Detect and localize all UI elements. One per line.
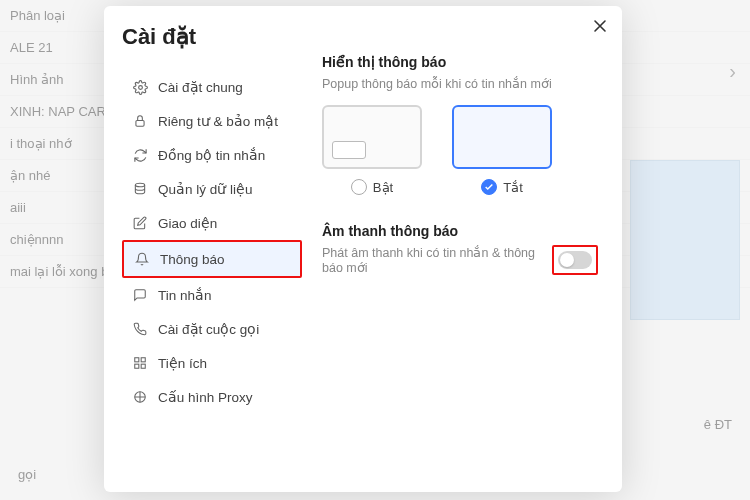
svg-rect-3 xyxy=(135,358,139,362)
radio-on-label: Bật xyxy=(373,180,393,195)
close-button[interactable] xyxy=(592,18,608,34)
lock-icon xyxy=(132,113,148,129)
settings-title: Cài đặt xyxy=(122,24,302,50)
sidebar-label: Quản lý dữ liệu xyxy=(158,181,253,197)
svg-point-0 xyxy=(138,85,142,89)
notif-option-on[interactable]: Bật xyxy=(322,105,422,195)
radio-off-label: Tắt xyxy=(503,180,523,195)
sidebar-label: Đồng bộ tin nhắn xyxy=(158,147,265,163)
bg-image-thumbnail xyxy=(630,160,740,320)
sidebar-item-calls[interactable]: Cài đặt cuộc gọi xyxy=(122,312,302,346)
display-notif-title: Hiển thị thông báo xyxy=(322,54,598,70)
settings-modal: Cài đặt Cài đặt chung Riêng tư & bảo mật… xyxy=(104,6,622,492)
radio-checked-icon xyxy=(481,179,497,195)
sound-notif-title: Âm thanh thông báo xyxy=(322,223,598,239)
svg-rect-5 xyxy=(135,364,139,368)
sync-icon xyxy=(132,147,148,163)
grid-icon xyxy=(132,355,148,371)
database-icon xyxy=(132,181,148,197)
sidebar-label: Tiện ích xyxy=(158,355,207,371)
sidebar-item-privacy[interactable]: Riêng tư & bảo mật xyxy=(122,104,302,138)
mini-popup-icon xyxy=(332,141,366,159)
sidebar-label: Giao diện xyxy=(158,215,217,231)
radio-on-row: Bật xyxy=(351,179,393,195)
svg-rect-4 xyxy=(141,358,145,362)
sound-toggle-highlight xyxy=(552,245,598,275)
phone-icon xyxy=(132,321,148,337)
sidebar-item-interface[interactable]: Giao diện xyxy=(122,206,302,240)
sound-toggle[interactable] xyxy=(558,251,592,269)
sidebar-label: Cài đặt chung xyxy=(158,79,243,95)
radio-off-row: Tắt xyxy=(481,179,523,195)
sound-notif-row: Phát âm thanh khi có tin nhắn & thông bá… xyxy=(322,245,598,275)
notif-display-options: Bật Tắt xyxy=(322,105,598,195)
sidebar-item-proxy[interactable]: Cấu hình Proxy xyxy=(122,380,302,414)
sidebar-item-messages[interactable]: Tin nhắn xyxy=(122,278,302,312)
notif-option-off[interactable]: Tắt xyxy=(452,105,552,195)
radio-unchecked-icon xyxy=(351,179,367,195)
gear-icon xyxy=(132,79,148,95)
sound-notif-desc: Phát âm thanh khi có tin nhắn & thông bá… xyxy=(322,245,552,275)
sidebar-label: Tin nhắn xyxy=(158,287,212,303)
preview-popup-off xyxy=(452,105,552,169)
toggle-knob-icon xyxy=(560,253,574,267)
sidebar-item-general[interactable]: Cài đặt chung xyxy=(122,70,302,104)
svg-rect-6 xyxy=(141,364,145,368)
bg-row: ê ĐT xyxy=(694,409,742,440)
svg-point-2 xyxy=(135,183,144,187)
sidebar-item-utilities[interactable]: Tiện ích xyxy=(122,346,302,380)
chevron-right-icon: › xyxy=(729,60,736,83)
preview-popup-on xyxy=(322,105,422,169)
message-icon xyxy=(132,287,148,303)
bell-icon xyxy=(134,251,150,267)
svg-rect-1 xyxy=(136,120,144,126)
sidebar-label: Cấu hình Proxy xyxy=(158,389,253,405)
settings-sidebar: Cài đặt Cài đặt chung Riêng tư & bảo mật… xyxy=(104,6,310,492)
proxy-icon xyxy=(132,389,148,405)
sidebar-item-sync[interactable]: Đồng bộ tin nhắn xyxy=(122,138,302,172)
sidebar-item-data[interactable]: Quản lý dữ liệu xyxy=(122,172,302,206)
sidebar-label: Cài đặt cuộc gọi xyxy=(158,321,259,337)
bg-row: gọi xyxy=(8,459,46,490)
display-notif-desc: Popup thông báo mỗi khi có tin nhắn mới xyxy=(322,76,598,91)
sidebar-item-notifications[interactable]: Thông báo xyxy=(122,240,302,278)
edit-icon xyxy=(132,215,148,231)
close-icon xyxy=(592,18,608,34)
sidebar-label: Thông báo xyxy=(160,252,225,267)
sidebar-label: Riêng tư & bảo mật xyxy=(158,113,278,129)
settings-content: Hiển thị thông báo Popup thông báo mỗi k… xyxy=(310,6,622,492)
